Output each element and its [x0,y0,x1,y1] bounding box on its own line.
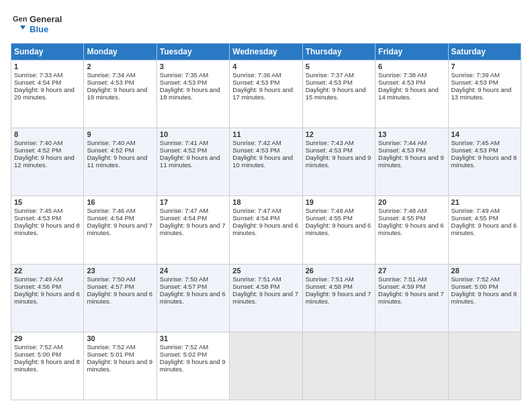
sunset-line: Sunset: 4:53 PM [378,79,425,86]
sunrise-line: Sunrise: 7:47 AM [232,207,281,214]
calendar-cell: 10Sunrise: 7:41 AMSunset: 4:52 PMDayligh… [157,128,229,196]
daylight-line: Daylight: 9 hours and 9 minutes. [306,154,371,169]
sunset-line: Sunset: 4:53 PM [451,146,498,154]
calendar-cell: 23Sunrise: 7:50 AMSunset: 4:57 PMDayligh… [84,264,157,332]
svg-marker-4 [20,26,26,30]
daylight-line: Daylight: 9 hours and 6 minutes. [451,222,517,236]
sunset-line: Sunset: 4:54 PM [232,214,279,222]
calendar-cell: 13Sunrise: 7:44 AMSunset: 4:53 PMDayligh… [375,128,448,196]
day-header-saturday: Saturday [448,44,521,60]
sunrise-line: Sunrise: 7:48 AM [378,207,427,214]
daylight-line: Daylight: 9 hours and 9 minutes. [160,358,226,373]
calendar-cell [448,332,521,400]
daylight-line: Daylight: 9 hours and 6 minutes. [378,222,444,236]
sunrise-line: Sunrise: 7:51 AM [306,275,354,283]
sunset-line: Sunset: 5:01 PM [87,351,134,358]
calendar-cell: 1Sunrise: 7:33 AMSunset: 4:54 PMDaylight… [11,60,84,128]
sunset-line: Sunset: 4:58 PM [232,283,279,290]
calendar-cell: 15Sunrise: 7:45 AMSunset: 4:53 PMDayligh… [11,196,84,264]
sunset-line: Sunset: 4:53 PM [378,146,425,154]
calendar-cell: 7Sunrise: 7:39 AMSunset: 4:53 PMDaylight… [448,60,521,128]
sunrise-line: Sunrise: 7:51 AM [378,275,427,283]
calendar-week-row: 22Sunrise: 7:49 AMSunset: 4:56 PMDayligh… [11,264,521,332]
calendar-cell: 24Sunrise: 7:50 AMSunset: 4:57 PMDayligh… [157,264,229,332]
sunset-line: Sunset: 5:00 PM [14,351,61,358]
calendar-cell [230,332,302,400]
calendar-cell: 22Sunrise: 7:49 AMSunset: 4:56 PMDayligh… [11,264,84,332]
day-number: 20 [378,198,445,206]
day-number: 29 [14,334,81,342]
calendar-cell: 27Sunrise: 7:51 AMSunset: 4:59 PMDayligh… [375,264,448,332]
sunrise-line: Sunrise: 7:52 AM [451,275,500,283]
day-header-thursday: Thursday [302,44,375,60]
calendar-cell: 16Sunrise: 7:46 AMSunset: 4:54 PMDayligh… [84,196,157,264]
daylight-line: Daylight: 9 hours and 18 minutes. [160,86,220,101]
sunset-line: Sunset: 4:53 PM [87,79,134,86]
sunrise-line: Sunrise: 7:37 AM [306,71,354,79]
sunset-line: Sunset: 4:59 PM [378,283,425,290]
day-number: 31 [160,334,226,342]
calendar-cell: 28Sunrise: 7:52 AMSunset: 5:00 PMDayligh… [448,264,521,332]
sunset-line: Sunset: 4:53 PM [306,146,353,154]
daylight-line: Daylight: 9 hours and 9 minutes. [378,154,444,169]
day-number: 16 [87,198,153,206]
sunrise-line: Sunrise: 7:34 AM [87,71,135,79]
calendar-cell: 25Sunrise: 7:51 AMSunset: 4:58 PMDayligh… [230,264,302,332]
day-number: 17 [160,198,226,206]
sunset-line: Sunset: 4:56 PM [14,283,61,290]
calendar-cell: 29Sunrise: 7:52 AMSunset: 5:00 PMDayligh… [11,332,84,400]
calendar-cell: 2Sunrise: 7:34 AMSunset: 4:53 PMDaylight… [84,60,157,128]
sunset-line: Sunset: 4:53 PM [306,79,353,86]
sunrise-line: Sunrise: 7:40 AM [14,139,62,146]
sunset-line: Sunset: 4:54 PM [87,214,134,222]
calendar-cell: 4Sunrise: 7:36 AMSunset: 4:53 PMDaylight… [230,60,302,128]
day-number: 30 [87,334,153,342]
day-number: 24 [160,267,226,275]
calendar-cell: 17Sunrise: 7:47 AMSunset: 4:54 PMDayligh… [157,196,229,264]
calendar-cell [302,332,375,400]
day-number: 13 [378,130,445,138]
day-number: 7 [451,62,518,71]
sunrise-line: Sunrise: 7:40 AM [87,139,135,146]
daylight-line: Daylight: 9 hours and 7 minutes. [378,290,444,305]
day-header-friday: Friday [375,44,448,60]
sunrise-line: Sunrise: 7:50 AM [87,275,135,283]
sunset-line: Sunset: 4:57 PM [160,283,207,290]
daylight-line: Daylight: 9 hours and 8 minutes. [451,290,517,305]
calendar-week-row: 8Sunrise: 7:40 AMSunset: 4:52 PMDaylight… [11,128,521,196]
calendar-cell: 19Sunrise: 7:48 AMSunset: 4:55 PMDayligh… [302,196,375,264]
day-number: 22 [14,267,81,275]
sunrise-line: Sunrise: 7:47 AM [160,207,208,214]
day-number: 26 [306,267,372,275]
calendar-cell: 12Sunrise: 7:43 AMSunset: 4:53 PMDayligh… [302,128,375,196]
daylight-line: Daylight: 9 hours and 6 minutes. [87,290,152,305]
sunrise-line: Sunrise: 7:51 AM [232,275,281,283]
sunrise-line: Sunrise: 7:41 AM [160,139,208,146]
daylight-line: Daylight: 9 hours and 8 minutes. [451,154,517,169]
calendar-cell: 26Sunrise: 7:51 AMSunset: 4:58 PMDayligh… [302,264,375,332]
sunrise-line: Sunrise: 7:35 AM [160,71,208,79]
day-number: 3 [160,62,226,71]
daylight-line: Daylight: 9 hours and 7 minutes. [232,290,298,305]
day-number: 6 [378,62,445,71]
calendar-cell: 6Sunrise: 7:38 AMSunset: 4:53 PMDaylight… [375,60,448,128]
sunrise-line: Sunrise: 7:52 AM [14,343,62,351]
calendar-week-row: 1Sunrise: 7:33 AMSunset: 4:54 PMDaylight… [11,60,521,128]
sunrise-line: Sunrise: 7:33 AM [14,71,62,79]
day-number: 9 [87,130,153,138]
day-number: 27 [378,267,445,275]
sunset-line: Sunset: 4:58 PM [306,283,353,290]
daylight-line: Daylight: 9 hours and 11 minutes. [160,154,220,169]
calendar-cell: 11Sunrise: 7:42 AMSunset: 4:53 PMDayligh… [230,128,302,196]
daylight-line: Daylight: 9 hours and 6 minutes. [14,290,80,305]
day-number: 10 [160,130,226,138]
day-number: 18 [232,198,299,206]
sunset-line: Sunset: 4:55 PM [378,214,425,222]
sunset-line: Sunset: 4:53 PM [232,79,279,86]
sunrise-line: Sunrise: 7:39 AM [451,71,500,79]
sunrise-line: Sunrise: 7:36 AM [232,71,281,79]
day-number: 4 [232,62,299,71]
sunset-line: Sunset: 4:55 PM [306,214,353,222]
daylight-line: Daylight: 9 hours and 8 minutes. [14,222,80,236]
page: General Blue Gen SundayMondayTuesdayWedn… [0,0,532,411]
